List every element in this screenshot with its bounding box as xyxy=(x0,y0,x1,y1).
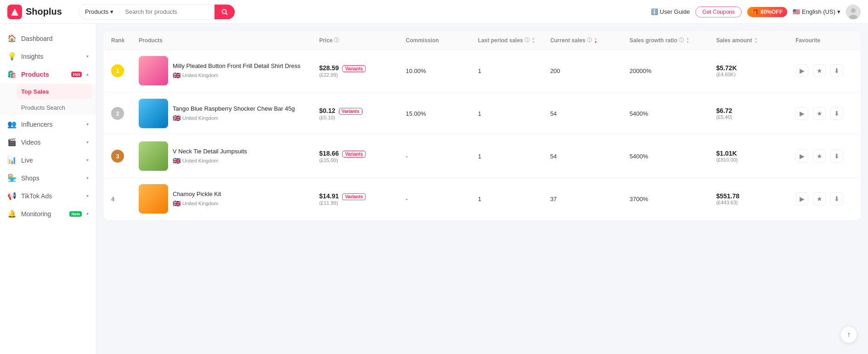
download-action-btn-3[interactable]: ⬇ xyxy=(830,150,843,163)
download-action-btn-4[interactable]: ⬇ xyxy=(830,192,843,205)
last-sales-info-icon[interactable]: ⓘ xyxy=(524,37,530,44)
variants-badge-2[interactable]: Variants xyxy=(339,108,362,115)
product-info-1: Milly Pleated Button Front Frill Detail … xyxy=(173,62,300,79)
star-action-btn-3[interactable]: ★ xyxy=(813,150,826,163)
search-icon xyxy=(221,8,228,16)
star-action-btn-1[interactable]: ★ xyxy=(813,64,826,77)
search-type-dropdown[interactable]: Products ▾ xyxy=(79,8,119,15)
products-table: Rank Products Price ⓘ Commission Last pe… xyxy=(104,31,861,220)
action-icons-1: ▶ ★ ⬇ xyxy=(795,64,853,77)
product-name-2[interactable]: Tango Blue Raspberry Shocker Chew Bar 45… xyxy=(173,105,295,113)
col-header-last-sales[interactable]: Last period sales ⓘ ▲ ▼ xyxy=(478,37,550,44)
price-usd-2: $0.12 xyxy=(319,107,335,114)
discount-icon: 🎁 xyxy=(752,9,759,15)
product-name-4[interactable]: Chamoy Pickle Kit xyxy=(173,191,221,198)
logo[interactable]: Shoplus xyxy=(7,5,72,19)
uk-flag-icon-4: 🇬🇧 xyxy=(173,200,180,207)
user-guide-link[interactable]: ℹ️ User Guide xyxy=(651,8,690,15)
current-sales-sort-down: ▼ xyxy=(594,40,597,44)
col-header-price[interactable]: Price ⓘ xyxy=(319,37,406,44)
videos-icon: 🎬 xyxy=(7,138,17,146)
flag-us-icon: 🇺🇸 xyxy=(793,8,800,15)
sidebar-item-tiktok-ads[interactable]: 📢 TikTok Ads ▾ xyxy=(0,187,96,205)
discount-badge[interactable]: 🎁 80%OFF xyxy=(747,7,787,17)
growth-sort[interactable]: ▲ ▼ xyxy=(686,37,689,44)
sidebar-item-videos[interactable]: 🎬 Videos ▾ xyxy=(0,133,96,151)
get-coupons-button[interactable]: Get Coupons xyxy=(695,6,742,17)
amount-cell-2: $6.72 (£5.40) xyxy=(716,107,795,120)
star-action-btn-2[interactable]: ★ xyxy=(813,107,826,120)
sidebar-item-influencers[interactable]: 👥 Influencers ▾ xyxy=(0,115,96,133)
variants-badge-4[interactable]: Variants xyxy=(342,193,366,200)
growth-header-label: Sales growth ratio xyxy=(630,37,677,44)
uk-flag-icon-1: 🇬🇧 xyxy=(173,72,180,79)
action-icons-3: ▶ ★ ⬇ xyxy=(795,150,853,163)
video-action-btn-4[interactable]: ▶ xyxy=(795,192,808,205)
product-thumb-1[interactable] xyxy=(139,56,168,85)
table-row: 3 V Neck Tie Detail Jumpsuits 🇬🇧 United … xyxy=(104,135,861,178)
language-selector[interactable]: 🇺🇸 English (US) ▾ xyxy=(793,8,840,15)
col-header-rank: Rank xyxy=(111,37,139,44)
logo-icon xyxy=(7,5,22,19)
video-action-btn-2[interactable]: ▶ xyxy=(795,107,808,120)
commission-cell-3: - xyxy=(406,153,478,160)
products-chevron: ▴ xyxy=(86,72,89,77)
scroll-to-top-button[interactable]: ↑ xyxy=(840,326,857,343)
product-name-1[interactable]: Milly Pleated Button Front Frill Detail … xyxy=(173,62,300,70)
search-input[interactable] xyxy=(119,5,214,19)
sidebar-item-shops[interactable]: 🏪 Shops ▾ xyxy=(0,169,96,187)
current-sales-info-icon[interactable]: ⓘ xyxy=(587,37,592,44)
insights-chevron: ▾ xyxy=(86,54,89,59)
growth-info-icon[interactable]: ⓘ xyxy=(679,37,684,44)
sidebar-sub-top-sales[interactable]: Top Sales xyxy=(17,84,92,99)
variants-badge-3[interactable]: Variants xyxy=(342,151,366,157)
action-icons-2: ▶ ★ ⬇ xyxy=(795,107,853,120)
sidebar-item-monitoring[interactable]: 🔔 Monitoring New ▾ xyxy=(0,205,96,223)
growth-sort-up: ▲ xyxy=(686,37,689,40)
search-button[interactable] xyxy=(214,5,235,19)
current-sales-val-4: 37 xyxy=(550,196,557,202)
download-action-btn-1[interactable]: ⬇ xyxy=(830,64,843,77)
main-content: Rank Products Price ⓘ Commission Last pe… xyxy=(96,24,868,354)
sidebar-item-live[interactable]: 📊 Live ▾ xyxy=(0,151,96,169)
col-header-current-sales[interactable]: Current sales ⓘ ▲ ▼ xyxy=(550,37,630,44)
col-header-growth[interactable]: Sales growth ratio ⓘ ▲ ▼ xyxy=(630,37,716,44)
user-avatar[interactable] xyxy=(846,5,861,19)
sidebar-shops-label: Shops xyxy=(21,174,82,182)
sidebar-videos-label: Videos xyxy=(21,139,82,146)
star-action-btn-4[interactable]: ★ xyxy=(813,192,826,205)
sidebar-item-products[interactable]: 🛍️ Products Hot ▴ xyxy=(0,65,96,83)
product-region-3: 🇬🇧 United Kingdom xyxy=(173,157,247,164)
dashboard-icon: 🏠 xyxy=(7,34,17,43)
rank-cell-4: 4 xyxy=(111,196,139,202)
commission-cell-4: - xyxy=(406,196,478,202)
tiktok-ads-icon: 📢 xyxy=(7,191,17,200)
product-name-3[interactable]: V Neck Tie Detail Jumpsuits xyxy=(173,148,247,156)
product-cell-1: Milly Pleated Button Front Frill Detail … xyxy=(139,56,319,85)
download-action-btn-2[interactable]: ⬇ xyxy=(830,107,843,120)
rank-cell-2: 2 xyxy=(111,107,139,120)
last-sales-sort-down: ▼ xyxy=(532,40,535,44)
rank-cell-1: 1 xyxy=(111,64,139,77)
product-thumb-3[interactable] xyxy=(139,141,168,171)
product-thumb-2[interactable] xyxy=(139,99,168,128)
video-action-btn-1[interactable]: ▶ xyxy=(795,64,808,77)
current-sales-sort[interactable]: ▲ ▼ xyxy=(594,37,597,44)
col-header-commission: Commission xyxy=(406,37,478,44)
video-action-btn-3[interactable]: ▶ xyxy=(795,150,808,163)
sidebar-item-insights[interactable]: 💡 Insights ▾ xyxy=(0,47,96,65)
amount-sort[interactable]: ▲ ▼ xyxy=(754,37,757,44)
amount-sort-up: ▲ xyxy=(754,37,757,40)
sidebar-item-dashboard[interactable]: 🏠 Dashboard xyxy=(0,29,96,47)
sidebar-sub-products-search[interactable]: Products Search xyxy=(0,100,96,115)
growth-sort-down: ▼ xyxy=(686,40,689,44)
variants-badge-1[interactable]: Variants xyxy=(342,65,366,72)
price-info-icon[interactable]: ⓘ xyxy=(334,37,339,44)
favourite-header-label: Favourite xyxy=(795,37,820,44)
last-sales-sort[interactable]: ▲ ▼ xyxy=(532,37,535,44)
product-thumb-4[interactable] xyxy=(139,184,168,214)
price-header-label: Price xyxy=(319,37,333,44)
insights-icon: 💡 xyxy=(7,52,17,61)
col-header-amount[interactable]: Sales amount ▲ ▼ xyxy=(716,37,795,44)
product-cell-2: Tango Blue Raspberry Shocker Chew Bar 45… xyxy=(139,99,319,128)
